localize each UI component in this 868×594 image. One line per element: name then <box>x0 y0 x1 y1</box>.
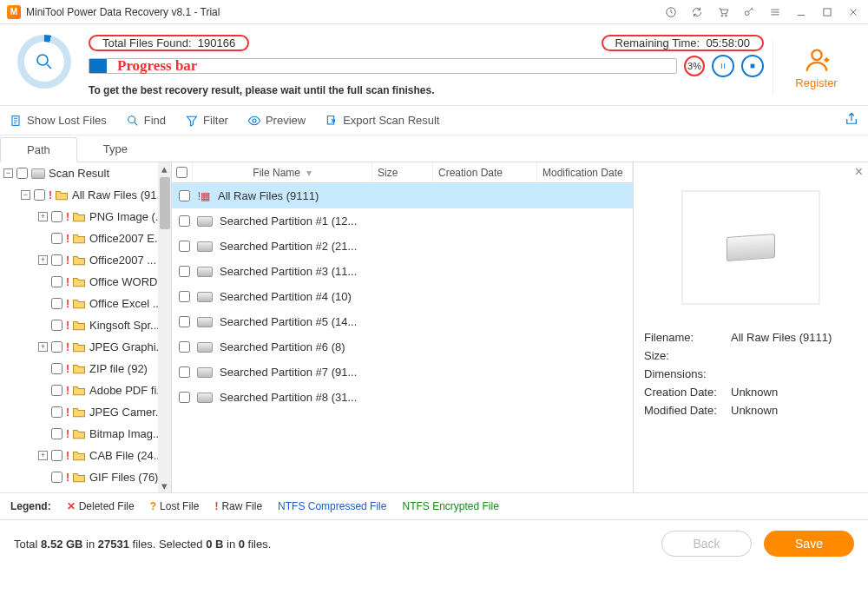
back-button[interactable]: Back <box>661 531 752 557</box>
tree-item[interactable]: !MP4 Audio Fi... <box>0 488 171 492</box>
column-creation-date[interactable]: Creation Date <box>433 162 537 182</box>
folder-icon <box>72 276 86 288</box>
tree-item[interactable]: !JPEG Camer... <box>0 401 171 423</box>
tree-item[interactable]: !Bitmap Imag... <box>0 423 171 445</box>
tree-all-raw[interactable]: −!All Raw Files (91... <box>0 184 171 206</box>
total-files-found: Total Files Found: 190166 <box>89 35 249 51</box>
scroll-thumb[interactable] <box>160 177 170 229</box>
maximize-icon[interactable] <box>819 4 835 20</box>
tree-item[interactable]: +!PNG Image (... <box>0 206 171 228</box>
file-row[interactable]: Searched Partition #3 (11... <box>172 259 633 284</box>
scroll-down-icon[interactable]: ▾ <box>158 479 171 492</box>
menu-icon[interactable] <box>767 4 783 20</box>
file-row[interactable]: Searched Partition #6 (8) <box>172 334 633 360</box>
minimize-icon[interactable] <box>793 4 809 20</box>
raw-marker-icon: ! <box>66 472 69 484</box>
tree-root[interactable]: −Scan Result <box>0 162 171 184</box>
svg-rect-6 <box>751 64 754 68</box>
clock-icon[interactable] <box>663 4 679 20</box>
share-icon[interactable] <box>844 111 859 129</box>
raw-marker-icon: ! <box>66 363 69 375</box>
tree-item[interactable]: !Office2007 E... <box>0 228 171 249</box>
tree-item[interactable]: !ZIP file (92) <box>0 358 171 380</box>
raw-marker-icon: ! <box>66 341 69 353</box>
save-button[interactable]: Save <box>764 531 854 557</box>
show-lost-files-button[interactable]: Show Lost Files <box>9 114 107 128</box>
scan-spinner-icon <box>17 35 71 89</box>
column-modification-date[interactable]: Modification Date <box>537 162 633 182</box>
app-title: MiniTool Power Data Recovery v8.1 - Tria… <box>26 6 663 18</box>
column-size[interactable]: Size <box>372 162 433 182</box>
find-button[interactable]: Find <box>126 114 166 128</box>
file-row[interactable]: !▦All Raw Files (9111) <box>172 183 633 208</box>
file-row[interactable]: Searched Partition #2 (21... <box>172 234 633 259</box>
close-icon[interactable] <box>845 4 861 20</box>
preview-button[interactable]: Preview <box>247 114 306 128</box>
tree-item[interactable]: !Adobe PDF fi... <box>0 380 171 401</box>
close-details-icon[interactable]: × <box>855 164 863 180</box>
detail-creation-key: Creation Date: <box>644 386 731 399</box>
tab-path[interactable]: Path <box>0 137 77 162</box>
footer: Total 8.52 GB in 27531 files. Selected 0… <box>0 519 868 567</box>
folder-icon <box>72 450 86 462</box>
file-list-header: File Name ▾ Size Creation Date Modificat… <box>172 162 633 183</box>
svg-point-9 <box>128 116 135 122</box>
raw-marker-icon: ! <box>66 211 69 223</box>
raw-marker-icon: ! <box>66 233 69 245</box>
tree-item[interactable]: !Office Excel ... <box>0 293 171 314</box>
raw-marker-icon: ! <box>66 450 69 462</box>
scroll-up-icon[interactable]: ▴ <box>158 162 171 175</box>
column-checkbox[interactable] <box>172 162 193 182</box>
tree-item[interactable]: +!JPEG Graphi... <box>0 336 171 358</box>
filter-label: Filter <box>203 114 228 127</box>
scan-area: Total Files Found: 190166 Remaining Time… <box>9 30 764 105</box>
file-row[interactable]: Searched Partition #1 (12... <box>172 208 633 234</box>
stop-button[interactable] <box>741 55 764 77</box>
tree-item[interactable]: +!CAB File (24... <box>0 445 171 466</box>
filter-button[interactable]: Filter <box>185 114 228 128</box>
raw-marker-icon: ! <box>66 276 69 288</box>
folder-icon <box>55 189 69 201</box>
file-row[interactable]: Searched Partition #5 (14... <box>172 309 633 334</box>
tab-type[interactable]: Type <box>77 137 154 162</box>
svg-point-1 <box>721 15 723 16</box>
detail-size-key: Size: <box>644 349 731 362</box>
svg-point-5 <box>37 55 48 65</box>
file-list: File Name ▾ Size Creation Date Modificat… <box>172 162 634 492</box>
drive-icon <box>197 292 213 302</box>
remaining-label: Remaining Time: <box>615 36 700 50</box>
show-lost-label: Show Lost Files <box>27 114 107 127</box>
export-scan-button[interactable]: Export Scan Result <box>325 114 439 128</box>
app-logo: M <box>7 5 21 19</box>
tree-item[interactable]: +!Office2007 ... <box>0 249 171 271</box>
folder-icon <box>72 406 86 419</box>
legend-ntfs-encrypted: NTFS Encrypted File <box>402 500 498 512</box>
refresh-icon[interactable] <box>689 4 705 20</box>
found-value: 190166 <box>198 36 235 50</box>
legend-label: Legend: <box>10 500 51 512</box>
detail-modified-value: Unknown <box>731 404 778 417</box>
column-filename[interactable]: File Name ▾ <box>193 162 372 182</box>
key-icon[interactable] <box>741 4 757 20</box>
register-button[interactable]: Register <box>773 40 859 95</box>
folder-icon <box>72 254 86 267</box>
preview-thumbnail <box>681 190 820 305</box>
export-file-icon <box>325 114 339 128</box>
svg-point-7 <box>812 50 821 60</box>
tree-item[interactable]: !Office WORD... <box>0 271 171 293</box>
register-label: Register <box>773 76 859 89</box>
detail-dimensions-key: Dimensions: <box>644 367 731 380</box>
file-row[interactable]: Searched Partition #4 (10) <box>172 284 633 309</box>
raw-marker-icon: ! <box>49 189 52 201</box>
pause-button[interactable] <box>712 55 734 77</box>
find-label: Find <box>144 114 166 127</box>
tree-scrollbar[interactable]: ▴ ▾ <box>158 162 171 492</box>
search-icon <box>126 114 140 128</box>
detail-filename-key: Filename: <box>644 331 731 344</box>
scan-tip: To get the best recovery result, please … <box>89 84 764 96</box>
tree-item[interactable]: !GIF Files (76) <box>0 466 171 488</box>
cart-icon[interactable] <box>715 4 731 20</box>
tree-item[interactable]: !Kingsoft Spr... <box>0 314 171 336</box>
file-row[interactable]: Searched Partition #8 (31... <box>172 385 633 410</box>
file-row[interactable]: Searched Partition #7 (91... <box>172 360 633 385</box>
